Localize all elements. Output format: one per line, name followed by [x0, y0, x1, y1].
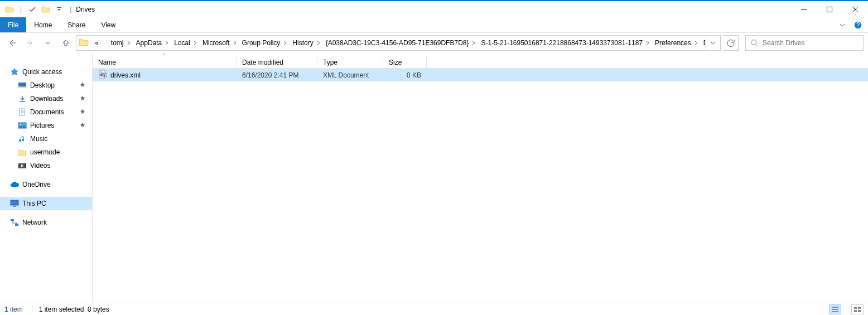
sidebar-item-label: This PC: [22, 200, 46, 207]
column-headers: ˄Name Date modified Type Size: [93, 53, 868, 69]
view-details-button[interactable]: [829, 304, 841, 314]
star-icon: [10, 67, 19, 76]
address-dropdown-button[interactable]: [705, 36, 720, 50]
status-item-count: 1 item: [4, 306, 23, 313]
svg-text:</>: </>: [100, 71, 107, 79]
sidebar-item-label: Network: [22, 219, 47, 226]
sidebar-item[interactable]: Documents: [0, 105, 92, 119]
breadcrumb-segment[interactable]: Preferences: [652, 36, 700, 50]
ribbon-expand-icon[interactable]: [835, 17, 850, 32]
pin-icon: [80, 122, 85, 129]
tab-share[interactable]: Share: [60, 17, 93, 32]
sidebar-item[interactable]: Downloads: [0, 92, 92, 105]
folder-icon: [79, 37, 89, 49]
file-list-area: ˄Name Date modified Type Size </>drives.…: [93, 53, 868, 303]
svg-rect-14: [20, 109, 25, 115]
breadcrumb-segment[interactable]: {A038AD3C-19C3-4156-AD95-71E369DFB7D8}: [322, 36, 478, 50]
sort-asc-icon: ˄: [163, 53, 166, 59]
forward-button[interactable]: [22, 35, 38, 51]
search-box[interactable]: [745, 35, 864, 51]
column-type[interactable]: Type: [317, 56, 383, 68]
computer-icon: [10, 199, 19, 208]
breadcrumb-overflow[interactable]: «: [91, 36, 108, 50]
tab-file[interactable]: File: [0, 17, 26, 32]
back-button[interactable]: [4, 35, 20, 51]
maximize-button[interactable]: [817, 1, 842, 18]
sidebar-item[interactable]: Pictures: [0, 119, 92, 132]
svg-rect-2: [827, 7, 832, 12]
pin-icon: [80, 109, 85, 115]
sidebar-item[interactable]: usermode: [0, 146, 92, 159]
breadcrumb-segment[interactable]: Drives: [700, 36, 705, 50]
svg-line-10: [756, 45, 758, 47]
ribbon-tabs: File Home Share View ?: [0, 17, 868, 33]
svg-rect-21: [18, 163, 20, 168]
file-date: 6/16/2020 2:41 PM: [237, 71, 317, 79]
separator: |: [20, 6, 22, 13]
svg-rect-23: [11, 200, 18, 205]
properties-icon[interactable]: [26, 3, 38, 16]
up-button[interactable]: [58, 35, 74, 51]
search-input[interactable]: [763, 39, 859, 47]
window-title: Drives: [76, 6, 95, 13]
address-bar[interactable]: « tomjAppDataLocalMicrosoftGroup PolicyH…: [76, 35, 721, 51]
close-button[interactable]: [842, 1, 868, 18]
svg-rect-32: [854, 307, 857, 309]
sidebar-item-label: Downloads: [30, 95, 63, 103]
sidebar-quick-access[interactable]: Quick access: [0, 65, 92, 79]
breadcrumb-segment[interactable]: S-1-5-21-1695016871-2218868473-149337308…: [478, 36, 652, 50]
status-bar: 1 item 1 item selected 0 bytes: [0, 303, 868, 315]
sidebar-item[interactable]: Desktop: [0, 79, 92, 92]
folder-icon[interactable]: [40, 3, 52, 16]
folder-icon: [18, 134, 27, 143]
sidebar-item-label: OneDrive: [22, 181, 51, 188]
sidebar-item-label: Music: [30, 135, 47, 143]
help-icon[interactable]: ?: [850, 17, 866, 32]
breadcrumb-segment[interactable]: AppData: [133, 36, 171, 50]
svg-rect-22: [25, 163, 26, 168]
breadcrumb-segment[interactable]: Microsoft: [199, 36, 239, 50]
sidebar-item[interactable]: Music: [0, 132, 92, 146]
column-size[interactable]: Size: [383, 56, 427, 68]
title-bar: | | Drives: [0, 0, 868, 17]
file-row[interactable]: </>drives.xml6/16/2020 2:41 PMXML Docume…: [93, 69, 868, 81]
sidebar-item-label: Quick access: [22, 68, 62, 76]
svg-rect-25: [11, 219, 14, 221]
breadcrumb-segment[interactable]: tomj: [108, 36, 133, 50]
sidebar-item-label: Documents: [30, 108, 64, 116]
tab-view[interactable]: View: [93, 17, 123, 32]
svg-rect-26: [15, 224, 18, 226]
status-selected: 1 item selected 0 bytes: [32, 306, 109, 313]
sidebar-item[interactable]: Videos: [0, 159, 92, 172]
navigation-bar: « tomjAppDataLocalMicrosoftGroup PolicyH…: [0, 33, 868, 53]
column-name[interactable]: ˄Name: [93, 56, 237, 68]
folder-icon: [18, 161, 27, 170]
file-type: XML Document: [317, 71, 383, 79]
svg-rect-24: [13, 206, 16, 207]
breadcrumb-segment[interactable]: Local: [171, 36, 199, 50]
sidebar-item-label: Videos: [30, 162, 50, 169]
sidebar-network[interactable]: Network: [0, 216, 92, 229]
recent-locations-button[interactable]: [40, 35, 56, 51]
svg-point-19: [20, 124, 22, 125]
tab-home[interactable]: Home: [26, 17, 60, 32]
column-date[interactable]: Date modified: [237, 56, 317, 68]
breadcrumb-segment[interactable]: Group Policy: [239, 36, 290, 50]
file-name: drives.xml: [110, 71, 141, 79]
navigation-pane: Quick access DesktopDownloadsDocumentsPi…: [0, 53, 93, 303]
sidebar-this-pc[interactable]: This PC: [0, 197, 92, 210]
folder-icon: [18, 108, 27, 117]
sidebar-item-label: Desktop: [30, 81, 55, 89]
separator: |: [70, 6, 71, 13]
refresh-button[interactable]: [723, 35, 739, 51]
breadcrumb-segment[interactable]: History: [289, 36, 322, 50]
search-icon: [750, 39, 758, 47]
folder-icon: [18, 94, 27, 103]
qat-dropdown-icon[interactable]: [53, 3, 65, 16]
view-large-icons-button[interactable]: [851, 304, 864, 314]
sidebar-item-label: usermode: [30, 148, 60, 156]
svg-rect-12: [18, 86, 26, 88]
svg-rect-0: [57, 7, 61, 8]
sidebar-onedrive[interactable]: OneDrive: [0, 178, 92, 191]
minimize-button[interactable]: [791, 1, 817, 18]
